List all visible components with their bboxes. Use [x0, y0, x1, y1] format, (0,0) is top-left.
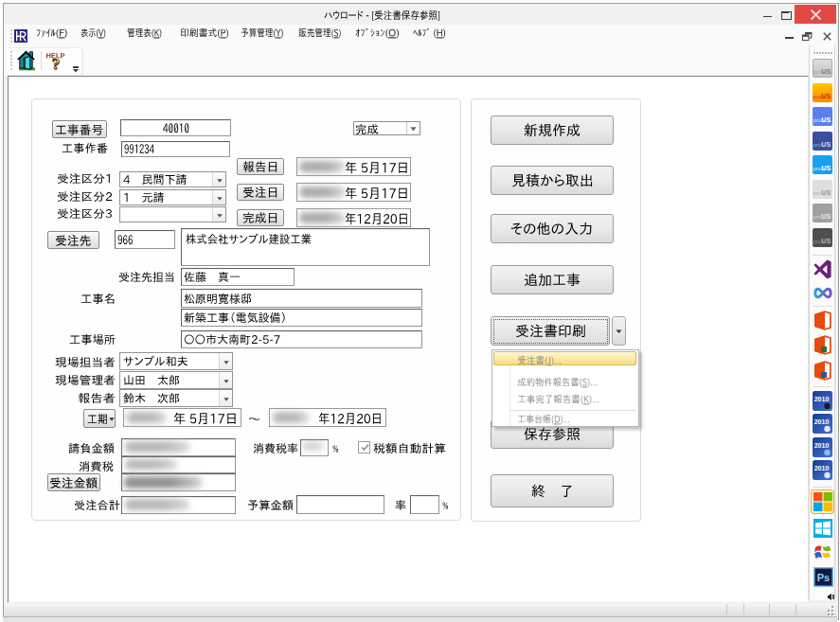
svg-text:US: US: [821, 164, 831, 172]
svg-text:Ps: Ps: [817, 572, 830, 583]
svg-text:US: US: [821, 67, 831, 76]
svg-text:2010: 2010: [814, 442, 830, 449]
svg-text:US: US: [821, 140, 831, 149]
svg-text:US: US: [821, 212, 831, 221]
svg-text:2010: 2010: [814, 465, 830, 471]
svg-text:?: ?: [52, 56, 61, 72]
svg-text:US: US: [821, 188, 831, 197]
svg-text:US: US: [821, 92, 831, 100]
svg-text:2010: 2010: [814, 418, 830, 425]
svg-text:2010: 2010: [814, 396, 830, 402]
svg-text:US: US: [821, 116, 831, 124]
svg-text:US: US: [821, 237, 831, 245]
